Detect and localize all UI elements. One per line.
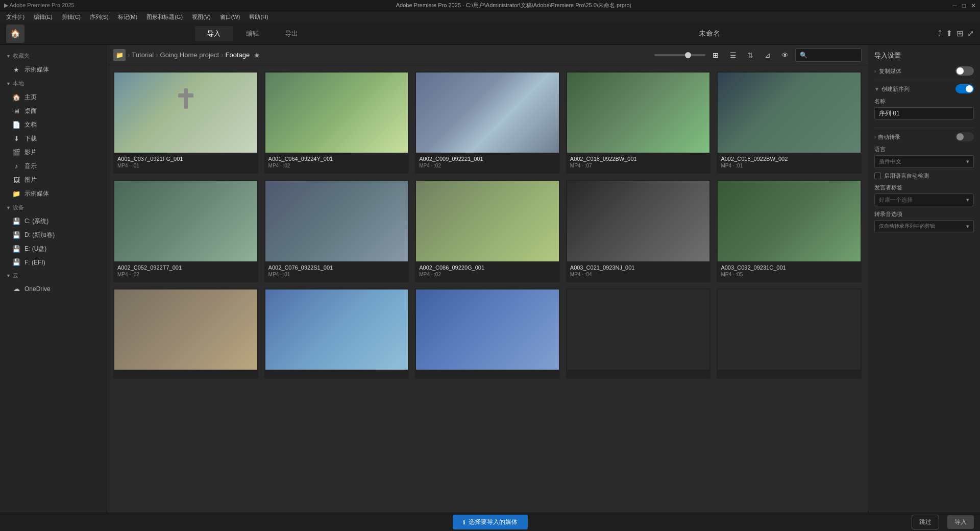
- menu-sequence[interactable]: 序列(S): [86, 12, 113, 22]
- preview-button[interactable]: 👁: [778, 48, 792, 62]
- media-name-9: A003_C092_09231C_001: [721, 264, 857, 271]
- sidebar-item-sample-media-local[interactable]: 📁 示例媒体: [0, 187, 107, 201]
- media-meta-8: MP4 · :04: [570, 272, 707, 277]
- sidebar-item-home[interactable]: 🏠 主页: [0, 90, 107, 104]
- cloud-section[interactable]: ▼ 云: [0, 269, 107, 282]
- menu-file[interactable]: 文件(F): [2, 12, 29, 22]
- menu-view[interactable]: 视图(V): [188, 12, 215, 22]
- import-button[interactable]: 导入: [947, 515, 974, 529]
- expand-icon[interactable]: ⤢: [967, 29, 974, 38]
- app-title: 未命名: [481, 29, 938, 38]
- media-thumbnail-13: [567, 289, 710, 370]
- sort-button[interactable]: ⇅: [743, 48, 757, 62]
- search-input[interactable]: [795, 49, 862, 62]
- drive-icon: 💾: [12, 258, 20, 266]
- favorite-star[interactable]: ★: [254, 51, 260, 59]
- menu-marker[interactable]: 标记(M): [114, 12, 142, 22]
- media-thumbnail-7: [416, 181, 559, 261]
- zoom-slider[interactable]: [654, 54, 705, 56]
- media-card-4[interactable]: A002_C018_0922BW_002 MP4 · :01: [717, 71, 862, 174]
- restore-btn[interactable]: □: [962, 2, 966, 9]
- collections-section[interactable]: ▼ 收藏夹: [0, 49, 107, 63]
- divider-2: [874, 128, 974, 128]
- media-card-7[interactable]: A002_C086_09220G_001 MP4 · :02: [415, 180, 560, 282]
- breadcrumb-bar: 📁 › Tutorial › Going Home project › Foot…: [107, 45, 868, 65]
- select-media-button[interactable]: ℹ 选择要导入的媒体: [453, 515, 528, 529]
- menu-window[interactable]: 窗口(W): [216, 12, 244, 22]
- sidebar-item-drive-e[interactable]: 💾 E: (U盘): [0, 242, 107, 256]
- sidebar-item-documents[interactable]: 📄 文档: [0, 118, 107, 132]
- skip-button[interactable]: 跳过: [912, 515, 939, 529]
- create-sequence-row: ▼ 创建新序列: [874, 84, 974, 93]
- media-card-14[interactable]: [717, 288, 862, 379]
- media-card-13[interactable]: [566, 288, 711, 379]
- view-list-button[interactable]: ☰: [726, 48, 740, 62]
- media-name-3: A002_C018_0922BW_001: [570, 156, 707, 162]
- sidebar-item-desktop[interactable]: 🖥 桌面: [0, 104, 107, 118]
- media-card-6[interactable]: A002_C076_0922S1_001 MP4 · :01: [264, 180, 409, 282]
- menu-graphics[interactable]: 图形和标题(G): [142, 12, 187, 22]
- tab-edit[interactable]: 编辑: [234, 26, 272, 41]
- sidebar-item-sample-media[interactable]: ★ 示例媒体: [0, 63, 107, 77]
- device-section[interactable]: ▼ 设备: [0, 201, 107, 214]
- breadcrumb-root-icon[interactable]: 📁: [113, 49, 126, 61]
- sidebar-item-drive-f[interactable]: 💾 F: (EFI): [0, 256, 107, 269]
- menu-bar: 文件(F) 编辑(E) 剪辑(C) 序列(S) 标记(M) 图形和标题(G) 视…: [0, 11, 980, 22]
- media-card-8[interactable]: A003_C021_0923NJ_001 MP4 · :04: [566, 180, 711, 282]
- sidebar-item-music[interactable]: ♪ 音乐: [0, 159, 107, 173]
- upload-icon[interactable]: ⬆: [946, 29, 952, 38]
- auto-detect-checkbox[interactable]: [874, 173, 881, 179]
- slider-thumb[interactable]: [685, 52, 691, 58]
- media-card-10[interactable]: [113, 288, 258, 379]
- minimize-btn[interactable]: ─: [952, 2, 957, 9]
- auto-caption-label: 自动转录: [878, 133, 953, 141]
- language-select[interactable]: 插件中文 ▾: [874, 155, 974, 168]
- home-button[interactable]: 🏠: [6, 25, 24, 43]
- media-thumbnail-5: [114, 181, 257, 261]
- media-card-1[interactable]: A001_C064_09224Y_001 MP4 · :02: [264, 71, 409, 174]
- auto-caption-toggle[interactable]: [955, 132, 974, 141]
- breadcrumb-project[interactable]: Going Home project: [160, 51, 219, 59]
- media-card-9[interactable]: A003_C092_09231C_001 MP4 · :05: [717, 180, 862, 282]
- media-name-7: A002_C086_09220G_001: [419, 264, 556, 271]
- app-header: 🏠 导入 编辑 导出 未命名 ⤴ ⬆ ⊞ ⤢: [0, 22, 980, 45]
- sidebar-item-drive-d[interactable]: 💾 D: (新加卷): [0, 228, 107, 242]
- sequence-name-input[interactable]: [874, 107, 974, 119]
- transcription-select[interactable]: 仅自动转录序列中的剪辑 ▾: [874, 220, 974, 232]
- media-card-0[interactable]: A001_C037_0921FG_001 MP4 · :01: [113, 71, 258, 174]
- media-name-6: A002_C076_0922S1_001: [268, 264, 405, 271]
- music-icon: ♪: [12, 162, 20, 170]
- media-card-11[interactable]: [264, 288, 409, 379]
- sidebar-item-drive-c[interactable]: 💾 C: (系统): [0, 214, 107, 228]
- drive-icon: 💾: [12, 245, 20, 253]
- media-card-12[interactable]: [415, 288, 560, 379]
- grid-icon[interactable]: ⊞: [957, 29, 963, 38]
- sidebar-item-onedrive[interactable]: ☁ OneDrive: [0, 282, 107, 295]
- menu-clip[interactable]: 剪辑(C): [58, 12, 85, 22]
- breadcrumb-tutorial[interactable]: Tutorial: [132, 51, 154, 59]
- menu-help[interactable]: 帮助(H): [245, 12, 272, 22]
- media-card-5[interactable]: A002_C052_0922T7_001 MP4 · :02: [113, 180, 258, 282]
- share-icon[interactable]: ⤴: [938, 29, 942, 38]
- sidebar-item-downloads[interactable]: ⬇ 下载: [0, 132, 107, 146]
- menu-edit[interactable]: 编辑(E): [30, 12, 57, 22]
- home-icon: 🏠: [12, 93, 20, 101]
- media-card-2[interactable]: A002_C009_092221_001 MP4 · :02: [415, 71, 560, 174]
- sidebar-item-movies[interactable]: 🎬 影片: [0, 146, 107, 159]
- copy-media-toggle[interactable]: [955, 66, 974, 76]
- create-sequence-toggle[interactable]: [955, 84, 974, 93]
- drive-icon: 💾: [12, 231, 20, 239]
- copy-media-row: › 复制媒体: [874, 66, 974, 76]
- sequence-name-label: 名称: [874, 98, 974, 105]
- sidebar-item-pictures[interactable]: 🖼 图片: [0, 173, 107, 187]
- speaker-select[interactable]: 好康一个选择 ▾: [874, 194, 974, 206]
- tab-export[interactable]: 导出: [273, 26, 310, 41]
- tab-import[interactable]: 导入: [195, 26, 233, 41]
- download-icon: ⬇: [12, 135, 20, 142]
- view-grid-button[interactable]: ⊞: [708, 48, 723, 62]
- close-btn[interactable]: ✕: [971, 2, 976, 9]
- filter-button[interactable]: ⊿: [761, 48, 775, 62]
- local-section[interactable]: ▼ 本地: [0, 77, 107, 90]
- media-thumbnail-11: [265, 289, 408, 370]
- media-card-3[interactable]: A002_C018_0922BW_001 MP4 · :07: [566, 71, 711, 174]
